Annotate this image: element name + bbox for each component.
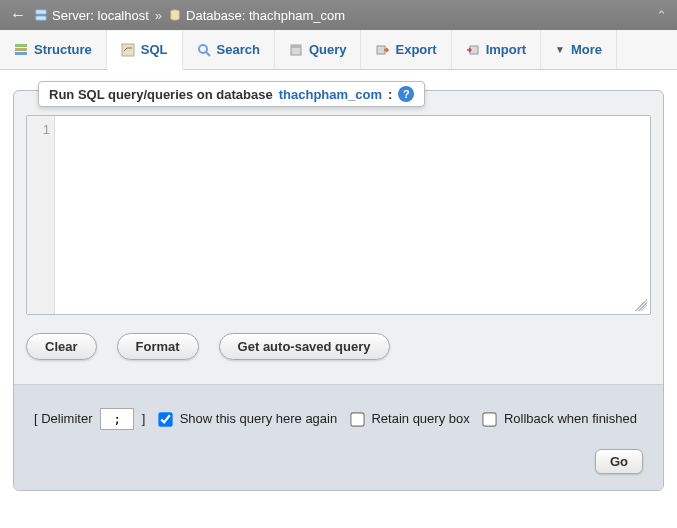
svg-rect-5 [15,52,27,55]
tab-structure[interactable]: Structure [0,30,107,69]
tab-label: Structure [34,42,92,57]
tab-label: Import [486,42,526,57]
show-again-label: Show this query here again [180,411,338,426]
import-icon [466,43,480,57]
tab-label: Query [309,42,347,57]
line-number: 1 [27,122,50,137]
clear-button[interactable]: Clear [26,333,97,360]
svg-rect-3 [15,44,27,47]
chevron-down-icon: ▼ [555,44,565,55]
panel-title-db: thachpham_com [279,87,382,102]
collapse-icon[interactable]: ⌃ [656,8,667,23]
svg-point-7 [199,45,207,53]
format-button[interactable]: Format [117,333,199,360]
sql-editor[interactable] [55,116,650,314]
svg-rect-1 [36,16,47,20]
delimiter-input[interactable] [100,408,134,430]
tab-more[interactable]: ▼ More [541,30,617,69]
structure-icon [14,43,28,57]
show-again-checkbox[interactable] [158,412,172,426]
delimiter-label-open: [ Delimiter [34,411,93,426]
rollback-checkbox[interactable] [483,412,497,426]
svg-rect-0 [36,10,47,14]
panel-title-suffix: : [388,87,392,102]
go-button[interactable]: Go [595,449,643,474]
tab-export[interactable]: Export [361,30,451,69]
delimiter-label-close: ] [142,411,146,426]
help-icon[interactable]: ? [398,86,414,102]
query-icon [289,43,303,57]
panel-title-prefix: Run SQL query/queries on database [49,87,273,102]
retain-label: Retain query box [371,411,469,426]
sql-icon [121,43,135,57]
tab-search[interactable]: Search [183,30,275,69]
breadcrumb-server[interactable]: Server: localhost [52,8,149,23]
svg-rect-4 [15,48,27,51]
tab-sql[interactable]: SQL [107,31,183,70]
resize-handle-icon[interactable] [635,299,647,311]
tab-import[interactable]: Import [452,30,541,69]
breadcrumb-separator: » [155,8,162,23]
sql-editor-wrap: 1 [26,115,651,315]
rollback-label: Rollback when finished [504,403,637,435]
tab-label: More [571,42,602,57]
search-icon [197,43,211,57]
database-icon [168,8,182,22]
retain-checkbox[interactable] [350,412,364,426]
editor-gutter: 1 [27,116,55,314]
back-arrow-icon[interactable]: ← [10,6,26,24]
svg-rect-10 [291,45,301,48]
breadcrumb-database[interactable]: Database: thachpham_com [186,8,345,23]
get-autosaved-button[interactable]: Get auto-saved query [219,333,390,360]
tab-label: SQL [141,42,168,57]
tab-label: Export [395,42,436,57]
tab-label: Search [217,42,260,57]
tab-query[interactable]: Query [275,30,362,69]
export-icon [375,43,389,57]
svg-rect-6 [122,44,134,56]
server-icon [34,8,48,22]
svg-line-8 [206,52,210,56]
panel-title: Run SQL query/queries on database thachp… [38,81,425,107]
svg-rect-11 [377,46,385,54]
